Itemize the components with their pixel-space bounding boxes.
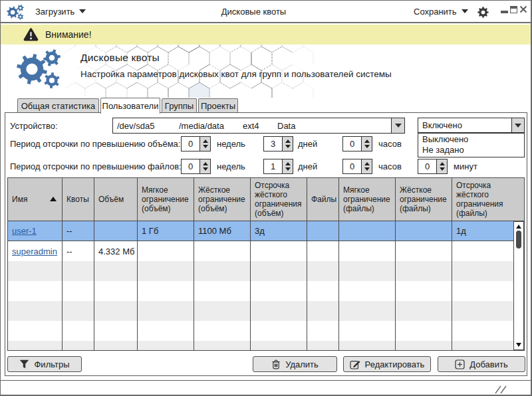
- vertical-scrollbar[interactable]: [513, 221, 524, 350]
- table-row[interactable]: superadmin--4.332 Мб: [8, 241, 524, 261]
- grace-volume-weeks-spinner[interactable]: 0: [181, 136, 211, 151]
- settings-gear-icon[interactable]: [477, 7, 489, 18]
- grace-files-minutes-spinner[interactable]: 0: [418, 159, 448, 174]
- spin-up-icon[interactable]: [364, 140, 370, 143]
- user-link[interactable]: superadmin: [12, 247, 57, 256]
- spin-down-icon[interactable]: [440, 167, 445, 171]
- grace-files-days-spinner[interactable]: 1: [263, 159, 293, 174]
- column-header[interactable]: Объём: [94, 178, 138, 221]
- table-cell[interactable]: [194, 241, 251, 261]
- table-cell[interactable]: [94, 221, 138, 241]
- table-row[interactable]: user-1--1 Гб1100 Мб3д1д: [8, 221, 524, 241]
- column-header[interactable]: Файлы: [307, 178, 339, 221]
- tab-projects[interactable]: Проекты: [198, 98, 238, 112]
- column-header[interactable]: Отсрочка жёсткого ограничения (объём): [251, 178, 307, 221]
- spin-down-icon[interactable]: [203, 145, 208, 148]
- column-header[interactable]: Жёсткое ограничение (файлы): [396, 178, 452, 221]
- table-empty-cell: [339, 321, 396, 341]
- spin-down-icon[interactable]: [364, 167, 370, 171]
- combo-dropdown-button[interactable]: [511, 118, 524, 132]
- spinner-buttons[interactable]: [361, 159, 372, 173]
- grace-volume-days-spinner[interactable]: 3: [263, 136, 293, 151]
- edit-button[interactable]: Редактировать: [343, 356, 431, 372]
- maximize-button[interactable]: [510, 6, 517, 13]
- table-empty-cell: [63, 261, 94, 281]
- scroll-up-icon[interactable]: [516, 225, 521, 229]
- tab-label: Проекты: [201, 101, 235, 111]
- close-button[interactable]: [519, 5, 527, 13]
- filters-button[interactable]: Фильтры: [7, 356, 82, 372]
- table-cell[interactable]: [396, 241, 452, 261]
- column-header[interactable]: Квоты: [63, 178, 94, 221]
- spin-up-icon[interactable]: [285, 162, 291, 165]
- quota-state-dropdown-list: Выключено Не задано: [418, 133, 525, 157]
- dropdown-option-disabled[interactable]: Выключено: [418, 134, 524, 145]
- column-header[interactable]: Жёсткое ограничение (объём): [194, 178, 251, 221]
- spin-up-icon[interactable]: [285, 140, 291, 143]
- spin-up-icon[interactable]: [203, 140, 208, 143]
- table-cell[interactable]: --: [63, 241, 94, 261]
- table-empty-row: [8, 341, 524, 350]
- table-cell[interactable]: [251, 241, 307, 261]
- table-empty-cell: [251, 341, 307, 350]
- quota-state-combobox[interactable]: Включено: [418, 118, 525, 133]
- column-header[interactable]: Мягкое ограничение (объём): [138, 178, 194, 221]
- table-cell[interactable]: user-1: [8, 221, 63, 241]
- spin-up-icon[interactable]: [364, 162, 370, 165]
- column-header[interactable]: Мягкое ограничение (файлы): [339, 178, 396, 221]
- table-cell[interactable]: [307, 221, 339, 241]
- minimize-button[interactable]: [501, 11, 508, 13]
- grace-files-weeks-spinner[interactable]: 0: [181, 159, 211, 174]
- spin-down-icon[interactable]: [364, 145, 370, 148]
- spin-down-icon[interactable]: [285, 167, 291, 171]
- table-cell[interactable]: [339, 241, 396, 261]
- table-header: ИмяКвотыОбъёмМягкое ограничение (объём)Ж…: [8, 178, 524, 221]
- table-cell[interactable]: [307, 241, 339, 261]
- spin-down-icon[interactable]: [203, 167, 208, 171]
- tab-general-statistics[interactable]: Общая статистика: [17, 98, 99, 112]
- combo-dropdown-button[interactable]: [391, 118, 404, 133]
- resize-grip-icon[interactable]: [494, 385, 509, 394]
- table-cell[interactable]: [339, 221, 396, 241]
- table-cell[interactable]: --: [63, 221, 94, 241]
- spinner-buttons[interactable]: [200, 159, 210, 173]
- spin-up-icon[interactable]: [440, 162, 445, 165]
- dropdown-option-unset[interactable]: Не задано: [418, 145, 524, 156]
- add-button[interactable]: Добавить: [438, 356, 525, 372]
- tab-groups[interactable]: Группы: [162, 98, 197, 112]
- tab-users[interactable]: Пользователи: [100, 98, 160, 114]
- grace-volume-label: Период отсрочки по превышению объёма:: [10, 136, 180, 151]
- scrollbar-thumb[interactable]: [516, 231, 521, 248]
- table-cell[interactable]: [396, 221, 452, 241]
- trash-icon: [271, 359, 281, 369]
- device-fstype: ext4: [243, 118, 259, 133]
- table-cell[interactable]: 3д: [251, 221, 307, 241]
- save-menu-button[interactable]: Сохранить: [414, 1, 468, 22]
- table-cell[interactable]: 4.332 Мб: [94, 241, 138, 261]
- table-cell[interactable]: 1100 Мб: [194, 221, 251, 241]
- chevron-down-icon: [515, 124, 521, 128]
- spin-up-icon[interactable]: [203, 162, 208, 165]
- delete-button[interactable]: Удалить: [253, 356, 337, 372]
- user-link[interactable]: user-1: [12, 226, 37, 236]
- table-cell[interactable]: 1 Гб: [138, 221, 194, 241]
- grace-volume-hours-spinner[interactable]: 0: [342, 136, 372, 151]
- filter-icon: [19, 359, 29, 369]
- table-cell[interactable]: superadmin: [8, 241, 63, 261]
- table-cell[interactable]: [452, 241, 514, 261]
- column-header[interactable]: Отсрочка жёсткого ограничения (файлы): [452, 178, 514, 221]
- spinner-buttons[interactable]: [282, 159, 293, 173]
- spinner-buttons[interactable]: [200, 137, 210, 151]
- save-button-label: Сохранить: [414, 7, 457, 17]
- table-cell[interactable]: [138, 241, 194, 261]
- spinner-buttons[interactable]: [282, 137, 293, 151]
- scroll-down-icon[interactable]: [516, 343, 521, 347]
- status-bar: [1, 380, 531, 395]
- spin-down-icon[interactable]: [285, 145, 291, 148]
- table-cell[interactable]: 1д: [452, 221, 514, 241]
- grace-files-hours-spinner[interactable]: 0: [342, 159, 372, 174]
- load-menu-button[interactable]: Загрузить: [35, 1, 86, 22]
- spinner-buttons[interactable]: [361, 137, 372, 151]
- device-combobox[interactable]: /dev/sda5 /media/data ext4 Data: [112, 118, 405, 134]
- spinner-buttons[interactable]: [436, 159, 447, 173]
